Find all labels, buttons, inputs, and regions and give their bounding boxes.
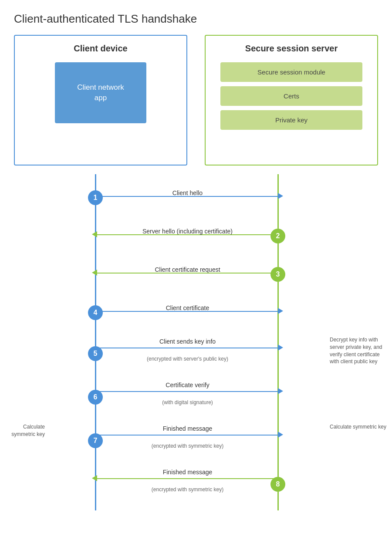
client-app-box: Client networkapp <box>55 62 146 123</box>
step-row-4: 4Client certificate <box>0 294 392 332</box>
server-module-certs: Certs <box>220 86 362 106</box>
step-note-left-7: Calculate symmetric key <box>3 423 45 438</box>
step-note-right-7: Calculate symmetric key <box>330 423 389 431</box>
step-row-2: 2Server hello (including certificate) <box>0 217 392 255</box>
step-note-right-5: Decrypt key info with server private key… <box>330 336 389 365</box>
step-badge-5: 5 <box>88 346 103 361</box>
server-module-session: Secure session module <box>220 62 362 82</box>
step-badge-6: 6 <box>88 390 103 405</box>
step-arrow-7 <box>96 435 279 436</box>
step-sublabel-7: (encrypted with symmetric key) <box>96 443 279 449</box>
step-sublabel-5: (encrypted with server's public key) <box>96 356 279 362</box>
step-label-6: Certificate verify <box>96 382 279 388</box>
step-label-8: Finished message <box>96 469 279 476</box>
step-arrowhead-7 <box>278 432 283 438</box>
client-device-box: Client device Client networkapp <box>14 35 187 165</box>
step-badge-1: 1 <box>88 190 103 205</box>
server-modules: Secure session module Certs Private key <box>213 62 369 130</box>
step-label-5: Client sends key info <box>96 338 279 345</box>
step-arrow-8 <box>96 478 279 479</box>
server-box: Secure session server Secure session mod… <box>205 35 378 165</box>
step-row-7: 7Finished message(encrypted with symmetr… <box>0 419 392 463</box>
page-title: Client-authenticated TLS handshake <box>14 12 197 26</box>
step-label-4: Client certificate <box>96 304 279 311</box>
step-badge-8: 8 <box>270 477 285 492</box>
step-label-7: Finished message <box>96 425 279 432</box>
step-badge-4: 4 <box>88 305 103 320</box>
client-box-title: Client device <box>74 44 127 54</box>
step-arrowhead-6 <box>278 388 283 394</box>
step-row-3: 3Client certificate request <box>0 255 392 294</box>
step-arrow-5 <box>96 348 279 348</box>
server-box-title: Secure session server <box>245 44 338 54</box>
step-row-5: 5Client sends key info(encrypted with se… <box>0 332 392 375</box>
step-sublabel-6: (with digital signature) <box>96 399 279 405</box>
step-badge-7: 7 <box>88 433 103 448</box>
top-section: Client device Client networkapp Secure s… <box>14 35 378 165</box>
step-badge-3: 3 <box>270 267 285 282</box>
step-row-8: 8Finished message(encrypted with symmetr… <box>0 463 392 506</box>
step-badge-2: 2 <box>270 229 285 243</box>
step-label-3: Client certificate request <box>96 266 279 273</box>
step-label-2: Server hello (including certificate) <box>96 228 279 235</box>
step-row-1: 1Client hello <box>0 179 392 217</box>
step-sublabel-8: (encrypted with symmetric key) <box>96 486 279 493</box>
step-arrowhead-8 <box>92 475 97 481</box>
sequence-diagram: 1Client hello2Server hello (including ce… <box>0 174 392 510</box>
server-module-privatekey: Private key <box>220 110 362 130</box>
step-arrow-6 <box>96 391 279 392</box>
client-app-label: Client networkapp <box>77 82 124 103</box>
step-arrowhead-5 <box>278 344 283 351</box>
step-label-1: Client hello <box>96 189 279 196</box>
step-row-6: 6Certificate verify(with digital signatu… <box>0 375 392 419</box>
